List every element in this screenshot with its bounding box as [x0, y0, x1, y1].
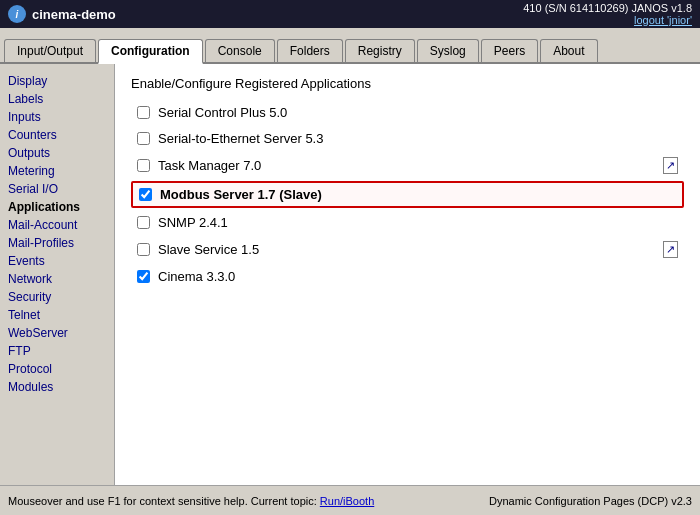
help-text-static: Mouseover and use F1 for context sensiti… [8, 495, 320, 507]
sidebar-item-counters[interactable]: Counters [0, 126, 114, 144]
system-info-text: 410 (S/N 614110269) JANOS v1.8 [523, 2, 692, 14]
app-item-serial-control-plus: Serial Control Plus 5.0 [131, 101, 684, 124]
app-label-modbus-server: Modbus Server 1.7 (Slave) [160, 187, 322, 202]
sidebar-item-mail-account[interactable]: Mail-Account [0, 216, 114, 234]
sidebar-item-modules[interactable]: Modules [0, 378, 114, 396]
app-label-serial-control-plus: Serial Control Plus 5.0 [158, 105, 287, 120]
app-checkbox-cinema[interactable] [137, 270, 150, 283]
tab-input-output[interactable]: Input/Output [4, 39, 96, 62]
ext-link-icon-task-manager[interactable]: ↗ [663, 157, 678, 174]
main-layout: DisplayLabelsInputsCountersOutputsMeteri… [0, 64, 700, 485]
app-item-snmp: SNMP 2.4.1 [131, 211, 684, 234]
tab-folders[interactable]: Folders [277, 39, 343, 62]
app-item-slave-service: Slave Service 1.5↗ [131, 237, 684, 262]
app-item-modbus-server: Modbus Server 1.7 (Slave) [131, 181, 684, 208]
app-label-snmp: SNMP 2.4.1 [158, 215, 228, 230]
version-text: Dynamic Configuration Pages (DCP) v2.3 [489, 495, 692, 507]
sidebar-item-network[interactable]: Network [0, 270, 114, 288]
logout-link[interactable]: logout 'jnior' [634, 14, 692, 26]
tab-about[interactable]: About [540, 39, 597, 62]
sidebar-item-webserver[interactable]: WebServer [0, 324, 114, 342]
sidebar: DisplayLabelsInputsCountersOutputsMeteri… [0, 64, 115, 485]
app-checkbox-snmp[interactable] [137, 216, 150, 229]
app-item-task-manager: Task Manager 7.0↗ [131, 153, 684, 178]
app-label-slave-service: Slave Service 1.5 [158, 242, 259, 257]
sidebar-item-labels[interactable]: Labels [0, 90, 114, 108]
application-list: Serial Control Plus 5.0Serial-to-Etherne… [131, 101, 684, 288]
app-checkbox-modbus-server[interactable] [139, 188, 152, 201]
app-label-serial-to-ethernet: Serial-to-Ethernet Server 5.3 [158, 131, 323, 146]
title-bar: i cinema-demo 410 (S/N 614110269) JANOS … [0, 0, 700, 28]
app-checkbox-serial-control-plus[interactable] [137, 106, 150, 119]
sidebar-item-applications[interactable]: Applications [0, 198, 114, 216]
app-checkbox-slave-service[interactable] [137, 243, 150, 256]
tab-bar: Input/OutputConfigurationConsoleFoldersR… [0, 28, 700, 64]
sidebar-item-serial-io[interactable]: Serial I/O [0, 180, 114, 198]
content-heading: Enable/Configure Registered Applications [131, 76, 684, 91]
app-checkbox-serial-to-ethernet[interactable] [137, 132, 150, 145]
content-area: Enable/Configure Registered Applications… [115, 64, 700, 485]
sidebar-item-metering[interactable]: Metering [0, 162, 114, 180]
sidebar-item-display[interactable]: Display [0, 72, 114, 90]
sidebar-item-security[interactable]: Security [0, 288, 114, 306]
tab-registry[interactable]: Registry [345, 39, 415, 62]
sidebar-item-ftp[interactable]: FTP [0, 342, 114, 360]
app-name: cinema-demo [32, 7, 116, 22]
app-label-cinema: Cinema 3.3.0 [158, 269, 235, 284]
app-item-serial-to-ethernet: Serial-to-Ethernet Server 5.3 [131, 127, 684, 150]
ext-link-icon-slave-service[interactable]: ↗ [663, 241, 678, 258]
app-label-task-manager: Task Manager 7.0 [158, 158, 261, 173]
sidebar-item-outputs[interactable]: Outputs [0, 144, 114, 162]
sidebar-item-inputs[interactable]: Inputs [0, 108, 114, 126]
status-bar: Mouseover and use F1 for context sensiti… [0, 485, 700, 515]
sidebar-item-protocol[interactable]: Protocol [0, 360, 114, 378]
sidebar-item-mail-profiles[interactable]: Mail-Profiles [0, 234, 114, 252]
help-text: Mouseover and use F1 for context sensiti… [8, 495, 489, 507]
tab-configuration[interactable]: Configuration [98, 39, 203, 64]
help-link[interactable]: Run/iBooth [320, 495, 374, 507]
app-checkbox-task-manager[interactable] [137, 159, 150, 172]
app-item-cinema: Cinema 3.3.0 [131, 265, 684, 288]
system-info: 410 (S/N 614110269) JANOS v1.8 logout 'j… [523, 2, 692, 26]
tab-peers[interactable]: Peers [481, 39, 538, 62]
tab-console[interactable]: Console [205, 39, 275, 62]
app-logo: i [8, 5, 26, 23]
sidebar-item-events[interactable]: Events [0, 252, 114, 270]
sidebar-item-telnet[interactable]: Telnet [0, 306, 114, 324]
tab-syslog[interactable]: Syslog [417, 39, 479, 62]
